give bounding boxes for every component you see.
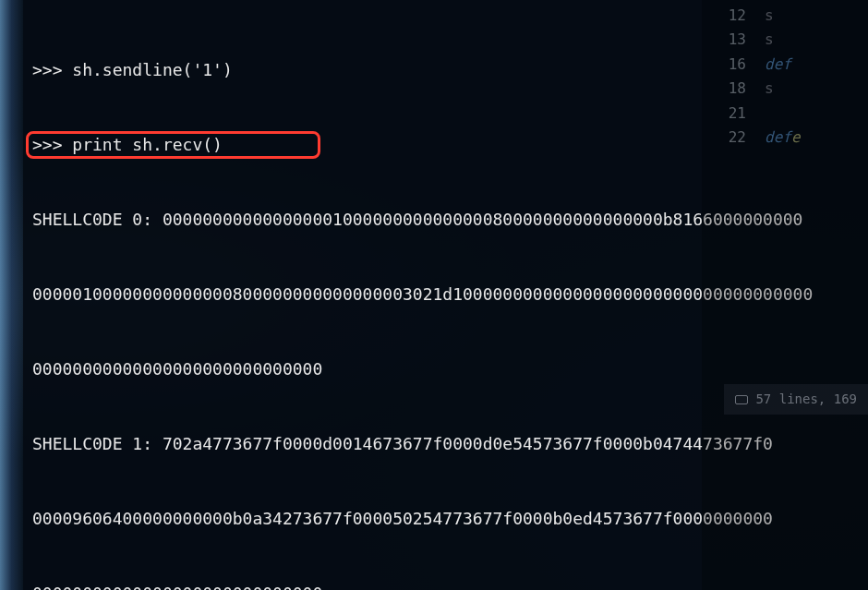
gutter-line: 13s — [702, 28, 868, 52]
gutter-line: 16def — [702, 53, 868, 77]
gutter-line: 22def e — [702, 126, 868, 150]
editor-status-bar: 57 lines, 169 — [724, 384, 868, 415]
gutter-line: 12s — [702, 4, 868, 28]
left-edge-decoration — [0, 0, 23, 590]
panel-icon — [735, 395, 748, 404]
gutter-line: 21 — [702, 102, 868, 126]
status-text: 57 lines, 169 — [755, 390, 857, 409]
editor-panel: 12s 13s 16def 18s 21 22def e 57 lines, 1… — [702, 0, 868, 590]
gutter-line: 18s — [702, 77, 868, 101]
